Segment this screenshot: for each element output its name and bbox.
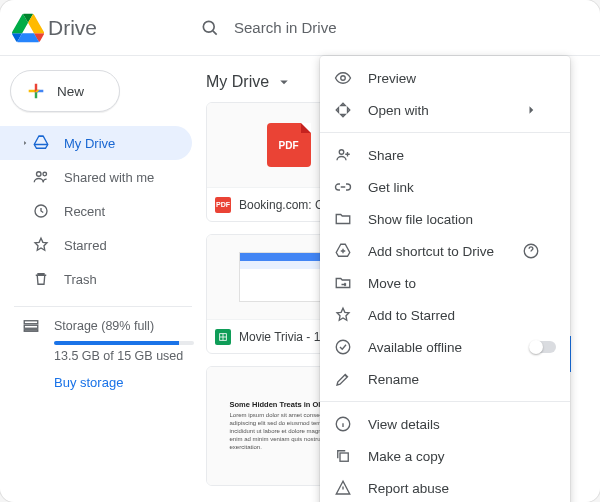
menu-show-location[interactable]: Show file location — [320, 203, 570, 235]
clock-icon — [32, 202, 50, 220]
shortcut-icon — [334, 242, 352, 260]
pdf-icon: PDF — [267, 123, 311, 167]
menu-get-link[interactable]: Get link — [320, 171, 570, 203]
drive-logo-icon — [12, 12, 44, 44]
svg-point-0 — [203, 21, 214, 32]
buy-storage-link[interactable]: Buy storage — [54, 375, 192, 390]
breadcrumb-label: My Drive — [206, 73, 269, 91]
sidebar-item-recent[interactable]: Recent — [0, 194, 192, 228]
chevron-right-icon — [522, 101, 540, 119]
sidebar-item-my-drive[interactable]: My Drive — [0, 126, 192, 160]
menu-rename[interactable]: Rename — [320, 363, 570, 395]
context-menu: Preview Open with Share Get link Show fi… — [320, 56, 570, 502]
svg-point-12 — [336, 340, 350, 354]
star-icon — [32, 236, 50, 254]
info-icon — [334, 415, 352, 433]
sidebar-item-label: My Drive — [64, 136, 115, 151]
storage-used: 13.5 GB of 15 GB used — [54, 349, 192, 363]
svg-line-1 — [213, 30, 217, 34]
storage-icon — [22, 317, 40, 335]
folder-icon — [334, 210, 352, 228]
storage-title: Storage (89% full) — [54, 319, 154, 333]
report-icon — [334, 479, 352, 497]
chevron-right-icon — [20, 136, 30, 150]
sidebar-item-trash[interactable]: Trash — [0, 262, 192, 296]
menu-make-copy[interactable]: Make a copy — [320, 440, 570, 472]
menu-add-shortcut[interactable]: Add shortcut to Drive — [320, 235, 570, 267]
svg-rect-7 — [24, 330, 38, 332]
search-icon — [200, 18, 220, 38]
sidebar-item-starred[interactable]: Starred — [0, 228, 192, 262]
svg-point-3 — [43, 172, 47, 176]
brand: Drive — [0, 12, 200, 44]
link-icon — [334, 178, 352, 196]
offline-icon — [334, 338, 352, 356]
sidebar-item-label: Trash — [64, 272, 97, 287]
storage-bar — [54, 341, 194, 345]
drive-icon — [32, 134, 50, 152]
trash-icon — [32, 270, 50, 288]
svg-rect-5 — [24, 321, 38, 324]
svg-rect-14 — [340, 453, 348, 461]
storage-section: Storage (89% full) 13.5 GB of 15 GB used… — [0, 317, 192, 390]
sidebar: New My Drive Shared with me Recent Starr… — [0, 56, 200, 502]
menu-add-starred[interactable]: Add to Starred — [320, 299, 570, 331]
pdf-small-icon: PDF — [215, 197, 231, 213]
pencil-icon — [334, 370, 352, 388]
svg-point-9 — [341, 76, 346, 81]
help-icon[interactable] — [522, 242, 540, 260]
chevron-down-icon — [275, 73, 293, 91]
menu-share[interactable]: Share — [320, 139, 570, 171]
brand-text: Drive — [48, 16, 97, 40]
eye-icon — [334, 69, 352, 87]
menu-preview[interactable]: Preview — [320, 62, 570, 94]
sheet-small-icon — [215, 329, 231, 345]
menu-separator — [320, 132, 570, 133]
star-icon — [334, 306, 352, 324]
offline-toggle[interactable] — [530, 341, 556, 353]
move-icon — [334, 274, 352, 292]
open-with-icon — [334, 101, 352, 119]
svg-rect-6 — [24, 325, 38, 328]
svg-point-10 — [339, 150, 344, 155]
menu-report-abuse[interactable]: Report abuse — [320, 472, 570, 502]
sidebar-item-label: Shared with me — [64, 170, 154, 185]
sidebar-item-label: Starred — [64, 238, 107, 253]
menu-separator — [320, 401, 570, 402]
plus-icon — [25, 80, 47, 102]
menu-view-details[interactable]: View details — [320, 408, 570, 440]
menu-move-to[interactable]: Move to — [320, 267, 570, 299]
sidebar-item-shared[interactable]: Shared with me — [0, 160, 192, 194]
svg-point-2 — [37, 172, 42, 177]
search-bar[interactable]: Search in Drive — [200, 18, 600, 38]
divider — [14, 306, 192, 307]
storage-row[interactable]: Storage (89% full) — [22, 317, 192, 335]
copy-icon — [334, 447, 352, 465]
new-button[interactable]: New — [10, 70, 120, 112]
menu-open-with[interactable]: Open with — [320, 94, 570, 126]
menu-available-offline[interactable]: Available offline — [320, 331, 570, 363]
people-icon — [32, 168, 50, 186]
new-button-label: New — [57, 84, 84, 99]
sidebar-item-label: Recent — [64, 204, 105, 219]
person-add-icon — [334, 146, 352, 164]
search-placeholder: Search in Drive — [234, 19, 337, 36]
